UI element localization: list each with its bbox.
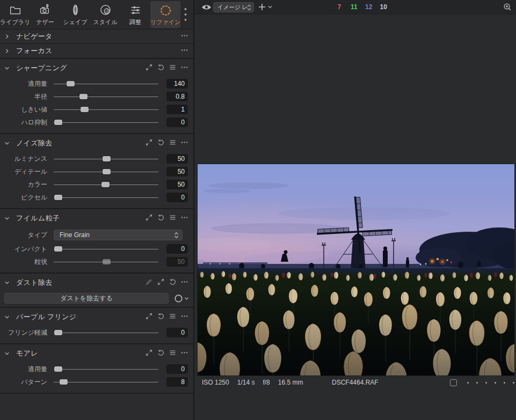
reset-icon[interactable] — [157, 313, 164, 321]
slider-track[interactable] — [54, 93, 158, 100]
copy-adjustment-icon[interactable] — [146, 64, 152, 72]
more-options-icon[interactable] — [181, 313, 188, 321]
layer-selector[interactable]: イメージ レイヤー — [213, 2, 254, 12]
slider-row-defringe: フリンジ軽減 0 — [0, 326, 193, 339]
slider-handle[interactable] — [54, 366, 62, 372]
tab-styles[interactable]: スタイル — [90, 1, 120, 28]
slider-track[interactable] — [54, 119, 158, 126]
slider-handle[interactable] — [101, 182, 110, 187]
panel-header-purple-fringing[interactable]: パープル フリンジ — [0, 308, 193, 324]
edit-select-checkbox[interactable] — [450, 379, 457, 386]
copy-adjustment-icon[interactable] — [146, 139, 152, 148]
slider-handle[interactable] — [54, 330, 62, 335]
preset-menu-icon[interactable] — [169, 64, 176, 72]
panel-header-moire[interactable]: モアレ — [0, 344, 193, 360]
tab-shapes[interactable]: シェイプ — [60, 1, 90, 28]
slider-value-field[interactable]: 0 — [166, 193, 188, 202]
tab-library[interactable]: ライブラリ — [0, 1, 30, 28]
panel-header-focus[interactable]: フォーカス — [0, 44, 193, 58]
slider-value-field[interactable]: 0.8 — [166, 92, 188, 101]
slider-value-field[interactable]: 1 — [166, 105, 188, 114]
copy-adjustment-icon[interactable] — [146, 214, 152, 223]
slider-handle[interactable] — [54, 120, 62, 125]
chevron-down-icon[interactable] — [4, 314, 13, 320]
preset-menu-icon[interactable] — [169, 139, 176, 148]
more-options-icon[interactable] — [181, 278, 188, 287]
slider-handle[interactable] — [103, 169, 111, 174]
chevron-down-icon[interactable] — [4, 141, 13, 146]
slider-label: しきい値 — [0, 105, 47, 114]
slider-value-field[interactable]: 50 — [166, 180, 188, 189]
more-options-icon[interactable] — [181, 139, 188, 148]
slider-value-field[interactable]: 0 — [166, 244, 188, 254]
preset-menu-icon[interactable] — [169, 214, 176, 223]
tab-tether[interactable]: テザー — [30, 1, 60, 28]
slider-value-field[interactable]: 140 — [166, 79, 188, 89]
slider-track[interactable] — [54, 365, 158, 373]
rating-dots[interactable] — [467, 382, 514, 384]
slider-track[interactable] — [54, 329, 158, 336]
slider-track[interactable] — [54, 168, 158, 175]
slider-track[interactable] — [54, 80, 158, 87]
reset-icon[interactable] — [169, 278, 176, 287]
panel-header-navigator[interactable]: ナビゲータ — [0, 30, 193, 43]
panel-header-sharpening[interactable]: シャープニング — [0, 59, 193, 75]
photo-canvas[interactable] — [198, 164, 514, 375]
slider-track[interactable] — [54, 378, 158, 386]
dust-brush-tool[interactable] — [172, 294, 189, 303]
preset-menu-icon[interactable] — [169, 349, 176, 358]
panel-header-dust-removal[interactable]: ダスト除去 — [0, 274, 193, 290]
chevron-down-icon[interactable] — [4, 65, 13, 71]
slider-value-field[interactable]: 8 — [166, 377, 188, 387]
panel-header-film-grain[interactable]: フイルム粒子 — [0, 209, 193, 225]
slider-handle[interactable] — [81, 107, 89, 112]
chevron-down-icon[interactable] — [4, 280, 13, 285]
slider-handle[interactable] — [54, 195, 62, 200]
slider-track[interactable] — [54, 106, 158, 113]
grain-type-select[interactable]: Fine Grain — [54, 230, 183, 240]
panel-header-noise-reduction[interactable]: ノイズ除去 — [0, 134, 193, 150]
preset-menu-icon[interactable] — [169, 313, 176, 321]
tab-refine[interactable]: リファイン — [150, 1, 180, 28]
visibility-eye-icon[interactable] — [201, 4, 212, 12]
chevron-right-icon[interactable] — [4, 34, 13, 39]
tab-bar-more-button[interactable] — [180, 0, 190, 29]
slider-value-field[interactable]: 0 — [166, 328, 188, 337]
slider-value-field[interactable]: 50 — [166, 154, 188, 164]
more-options-icon[interactable] — [181, 64, 188, 72]
zoom-magnifier-button[interactable] — [503, 3, 512, 13]
slider-handle[interactable] — [54, 246, 62, 252]
slider-value-field[interactable]: 0 — [166, 364, 188, 374]
slider-track[interactable] — [54, 181, 158, 188]
slider-handle[interactable] — [60, 379, 68, 385]
tool-tab-bar: ライブラリ テザー シェイプ — [0, 0, 193, 30]
heal-pen-icon[interactable] — [146, 278, 152, 287]
reset-icon[interactable] — [157, 214, 164, 223]
more-options-icon[interactable] — [181, 47, 188, 55]
slider-value-field[interactable]: 0 — [166, 117, 188, 127]
more-options-icon[interactable] — [181, 214, 188, 223]
slider-track[interactable] — [54, 194, 158, 201]
copy-adjustment-icon[interactable] — [157, 278, 164, 287]
slider-track[interactable] — [54, 245, 158, 253]
reset-icon[interactable] — [157, 64, 164, 72]
more-options-icon[interactable] — [181, 349, 188, 358]
chevron-down-icon[interactable] — [4, 216, 13, 221]
copy-adjustment-icon[interactable] — [146, 313, 152, 321]
reset-icon[interactable] — [157, 139, 164, 148]
chevron-down-icon[interactable] — [4, 351, 13, 356]
copy-adjustment-icon[interactable] — [146, 349, 152, 358]
chevron-right-icon[interactable] — [4, 48, 13, 54]
slider-track[interactable] — [54, 155, 158, 163]
more-options-icon[interactable] — [181, 32, 188, 41]
slider-handle[interactable] — [79, 94, 88, 99]
slider-handle[interactable] — [67, 81, 75, 86]
remove-dust-button[interactable]: ダストを除去する — [4, 293, 169, 304]
add-layer-button[interactable] — [258, 3, 272, 11]
reset-icon[interactable] — [157, 349, 164, 358]
slider-handle[interactable] — [103, 156, 111, 161]
tab-adjustments[interactable]: 調整 — [120, 1, 150, 28]
slider-row-threshold: しきい値 1 — [0, 103, 193, 116]
slider-track[interactable] — [54, 258, 158, 266]
slider-value-field[interactable]: 50 — [166, 167, 188, 176]
